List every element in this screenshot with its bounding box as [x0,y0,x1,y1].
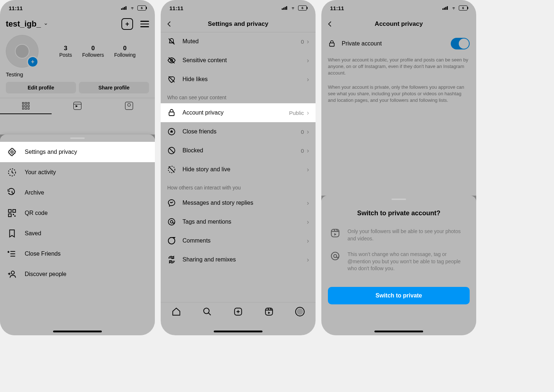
wifi-icon [129,6,135,10]
item-hide-story[interactable]: Hide story and live › [161,160,316,179]
item-label: Hide story and live [182,166,230,173]
item-blocked[interactable]: Blocked 0› [161,141,316,160]
menu-settings[interactable]: Settings and privacy [0,142,155,162]
chevron-right-icon: › [307,128,309,136]
story-off-icon [167,165,176,174]
item-hide-likes[interactable]: Hide likes › [161,70,316,89]
item-account-privacy[interactable]: Account privacy Public› [161,103,316,122]
chevron-right-icon: › [307,218,309,226]
item-label: Sharing and remixes [182,256,236,263]
svg-point-23 [332,252,339,260]
status-right: 6 [121,5,146,11]
item-count: 0 [301,148,304,154]
chevron-right-icon: › [307,76,309,83]
back-icon[interactable] [166,20,173,28]
svg-rect-4 [8,214,11,217]
nav-search-icon[interactable] [202,307,212,316]
reels-icon [330,228,340,238]
status-time: 11:11 [9,5,23,11]
item-sharing[interactable]: Sharing and remixes › [161,250,316,269]
profile-info: + 3Posts 0Followers 0Following [0,31,155,71]
profile-header: test_igb_ + [0,16,155,31]
chevron-right-icon: › [307,147,309,155]
item-label: Messages and story replies [182,200,253,206]
sheet-title: Switch to private account? [321,203,476,224]
settings-list[interactable]: Muted 0› Sensitive content › Hide likes … [161,32,316,307]
item-tags[interactable]: Tags and mentions › [161,212,316,231]
share-profile-button[interactable]: Share profile [79,82,149,93]
phone-profile-menu: 11:11 6 test_igb_ + + 3Posts 0Followers … [0,0,155,335]
menu-label: Your activity [25,169,56,176]
svg-rect-21 [330,43,334,46]
svg-point-15 [168,237,175,244]
item-comments[interactable]: Comments › [161,231,316,250]
menu-discover[interactable]: Discover people [0,264,155,292]
status-bar: 11:11 6 [161,0,316,16]
create-icon[interactable]: + [121,18,133,30]
menu-close-friends[interactable]: Close Friends [0,244,155,264]
item-sensitive[interactable]: Sensitive content › [161,51,316,70]
tab-grid[interactable] [0,98,52,114]
home-indicator[interactable] [53,331,102,332]
sheet-row-photos: Only your followers will be able to see … [321,224,476,247]
item-label: Account privacy [182,109,224,116]
messenger-icon [167,199,176,207]
item-label: Tags and mentions [182,219,231,225]
wifi-icon [451,6,457,10]
menu-activity[interactable]: Your activity [0,162,155,183]
chevron-right-icon: › [307,38,309,45]
menu-label: Saved [25,230,41,237]
battery-icon: 6 [298,5,307,11]
tab-tagged[interactable] [103,98,155,114]
item-messages[interactable]: Messages and story replies › [161,193,316,212]
heart-off-icon [167,75,176,84]
item-close-friends[interactable]: Close friends 0› [161,122,316,141]
nav-reels-icon[interactable] [264,307,274,316]
nav-create-icon[interactable] [233,307,243,316]
add-story-icon[interactable]: + [27,56,39,68]
drawer-handle[interactable] [70,137,85,139]
status-time: 11:11 [169,5,183,11]
item-label: Hide likes [182,76,208,83]
menu-label: QR code [25,210,48,216]
stat-posts[interactable]: 3Posts [59,45,72,58]
item-value: Public [289,110,304,116]
chevron-down-icon [43,21,48,27]
switch-private-button[interactable]: Switch to private [328,287,470,304]
tab-reels[interactable] [52,98,103,114]
stat-followers[interactable]: 0Followers [82,45,104,58]
avatar[interactable]: + [6,35,39,68]
sheet-handle[interactable] [392,199,406,200]
svg-rect-3 [13,209,16,212]
edit-profile-button[interactable]: Edit profile [6,82,76,93]
nav-header: Account privacy [321,16,476,32]
username: test_igb_ [6,19,41,29]
bookmark-icon [7,229,17,238]
status-right: 6 [442,5,467,11]
at-icon [330,251,340,261]
menu-qr[interactable]: QR code [0,203,155,223]
stat-following[interactable]: 0Following [114,45,136,58]
nav-profile-icon[interactable] [295,307,305,316]
svg-rect-5 [13,214,14,215]
menu-icon[interactable] [140,21,149,27]
section-how-interact: How others can interact with you [161,179,316,193]
item-label: Blocked [182,147,203,154]
profile-tabs [0,98,155,114]
item-muted[interactable]: Muted 0› [161,32,316,51]
menu-archive[interactable]: Archive [0,183,155,203]
svg-point-20 [297,308,303,315]
svg-rect-18 [265,308,273,315]
private-toggle[interactable] [451,38,470,49]
home-indicator[interactable] [214,331,262,332]
item-count: 0 [301,129,304,135]
back-icon[interactable] [326,20,334,28]
status-time: 11:11 [330,5,344,11]
username-dropdown[interactable]: test_igb_ [6,19,48,29]
chevron-right-icon: › [307,199,309,207]
home-indicator[interactable] [374,331,423,332]
list-star-icon [7,249,17,259]
status-bar: 11:11 6 [0,0,155,16]
nav-home-icon[interactable] [172,307,181,316]
menu-saved[interactable]: Saved [0,223,155,244]
